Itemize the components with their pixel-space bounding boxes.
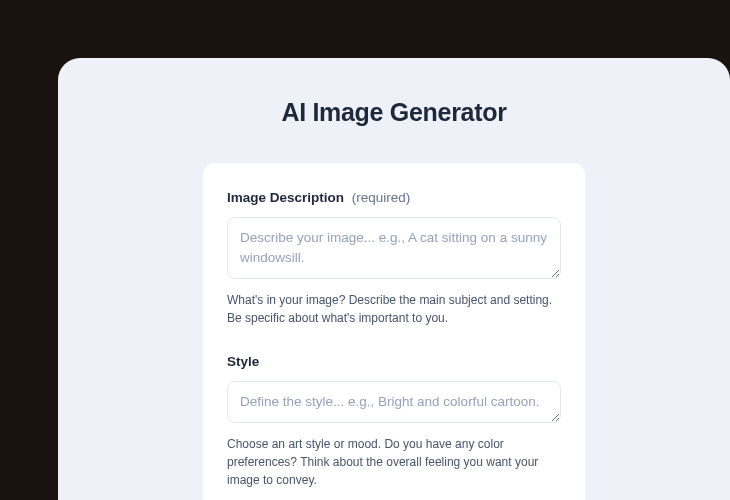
form-card: Image Description (required) What's in y… <box>203 163 585 500</box>
image-description-helper: What's in your image? Describe the main … <box>227 291 561 327</box>
style-input[interactable] <box>227 381 561 423</box>
style-label: Style <box>227 354 259 369</box>
style-helper: Choose an art style or mood. Do you have… <box>227 435 561 489</box>
style-group: Style Choose an art style or mood. Do yo… <box>227 353 561 489</box>
image-description-group: Image Description (required) What's in y… <box>227 189 561 327</box>
generator-panel: AI Image Generator Image Description (re… <box>58 58 730 500</box>
image-description-required: (required) <box>352 190 411 205</box>
page-title: AI Image Generator <box>58 98 730 127</box>
image-description-label: Image Description <box>227 190 344 205</box>
image-description-input[interactable] <box>227 217 561 280</box>
style-label-row: Style <box>227 353 561 371</box>
image-description-label-row: Image Description (required) <box>227 189 561 207</box>
